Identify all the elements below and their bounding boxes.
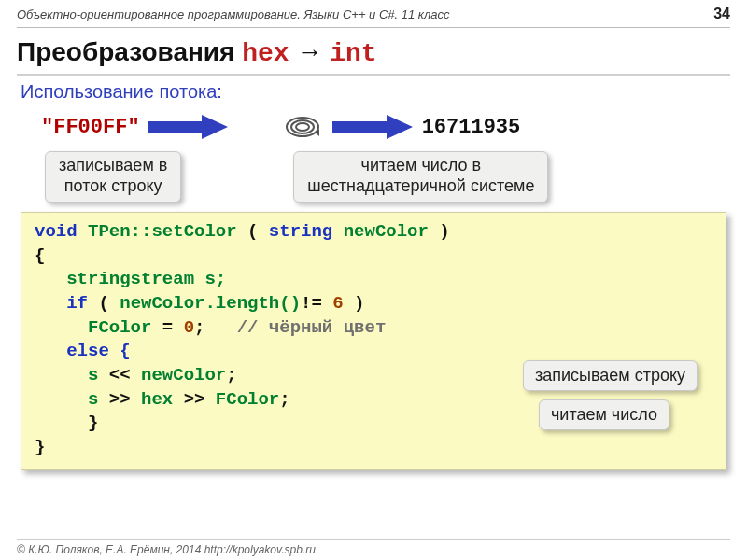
page-title: Преобразования hex → int (17, 37, 730, 68)
code-line: stringstream s; (35, 268, 712, 292)
callout-read-number: читаем число (539, 399, 669, 430)
spiral-icon (284, 108, 321, 146)
svg-rect-6 (332, 121, 387, 133)
title-hex: hex (242, 39, 289, 68)
svg-marker-7 (387, 115, 413, 139)
code-line: void TPen::setColor ( string newColor ) (35, 220, 712, 245)
title-prefix: Преобразования (17, 37, 242, 66)
slide: Объектно-ориентированное программировани… (0, 0, 747, 560)
course-title: Объектно-ориентированное программировани… (17, 7, 450, 21)
demo-row: "FF00FF" 16711935 (17, 108, 730, 146)
footer: © К.Ю. Поляков, Е.А. Ерёмин, 2014 http:/… (17, 539, 730, 556)
code-line: if ( newColor.length()!= 6 ) (35, 292, 712, 316)
arrow-right-icon (331, 113, 415, 141)
divider (17, 27, 730, 28)
hex-literal: "FF00FF" (41, 116, 140, 139)
svg-point-4 (296, 123, 309, 131)
arrow-right-icon (146, 113, 230, 141)
callout-read-hex: читаем число в шестнадцатеричной системе (293, 151, 548, 203)
code-line: { (35, 245, 712, 269)
subtitle: Использование потока: (21, 81, 730, 103)
callout-write-stream: записываем в поток строку (45, 151, 181, 203)
header: Объектно-ориентированное программировани… (17, 7, 730, 21)
svg-marker-1 (202, 115, 228, 139)
code-line: FColor = 0; // чёрный цвет (35, 316, 712, 341)
int-value: 16711935 (422, 116, 521, 139)
divider (17, 74, 730, 76)
code-block: void TPen::setColor ( string newColor ) … (21, 212, 726, 469)
title-arrow: → (289, 37, 331, 66)
code-line: } (35, 436, 712, 460)
title-int: int (330, 39, 376, 68)
callout-write-string: записываем строку (523, 360, 698, 391)
page-number: 34 (713, 6, 730, 22)
svg-rect-0 (148, 121, 202, 133)
callout-row: записываем в поток строку читаем число в… (45, 151, 730, 203)
